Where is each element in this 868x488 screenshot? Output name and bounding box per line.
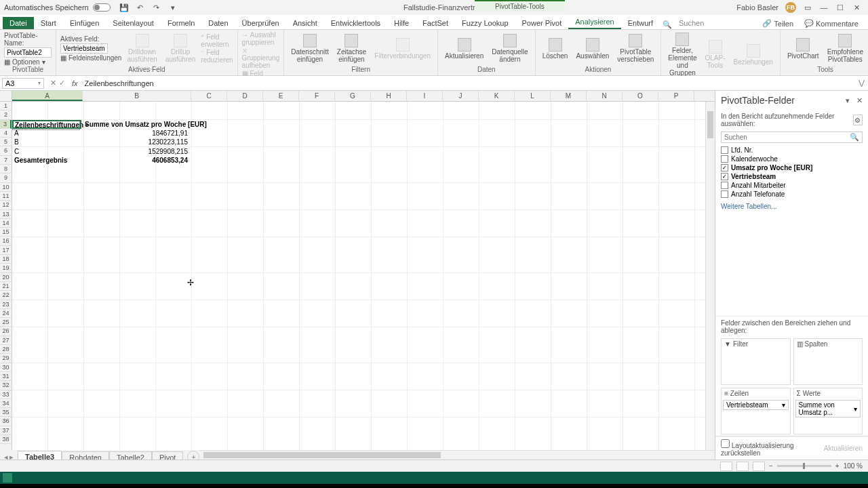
row-header-9[interactable]: 9: [0, 174, 12, 182]
pivot-val-a[interactable]: 1846721,91: [83, 129, 190, 138]
columns-drop-zone[interactable]: ▥ Spalten: [793, 338, 863, 385]
field-settings-button[interactable]: ▦ Feldeinstellungen: [60, 54, 121, 62]
row-header-15[interactable]: 15: [0, 228, 12, 237]
zoom-slider[interactable]: [777, 465, 831, 467]
recommended-pivots-button[interactable]: Empfohlene PivotTables: [825, 33, 866, 64]
maximize-icon[interactable]: ☐: [835, 3, 845, 12]
row-header-19[interactable]: 19: [0, 264, 12, 272]
pivot-total-label[interactable]: Gesamtergebnis: [12, 156, 69, 165]
tab-ueberpruefen[interactable]: Überprüfen: [235, 17, 286, 29]
search-icon[interactable]: 🔍: [663, 20, 672, 29]
minimize-icon[interactable]: —: [819, 3, 829, 12]
row-header-5[interactable]: 5: [0, 138, 12, 146]
formula-input[interactable]: Zeilenbeschriftungen: [81, 79, 859, 88]
row-header-25[interactable]: 25: [0, 318, 12, 327]
field-checkbox[interactable]: [721, 173, 728, 180]
tab-ansicht[interactable]: Ansicht: [286, 17, 324, 29]
col-header-i[interactable]: I: [407, 91, 443, 101]
tell-me-search[interactable]: Suchen: [672, 17, 711, 29]
change-source-button[interactable]: Datenquelle ändern: [489, 33, 530, 64]
field-item-4[interactable]: Anzahl Mitarbeiter: [721, 181, 863, 190]
col-header-o[interactable]: O: [623, 91, 658, 101]
autosave-toggle[interactable]: Automatisches Speichern: [4, 3, 111, 12]
row-header-16[interactable]: 16: [0, 237, 12, 245]
cells-area[interactable]: Zeilenbeschriftungen Summe von Umsatz pr…: [12, 102, 705, 450]
defer-layout-checkbox[interactable]: Layoutaktualisierung zurückstellen: [721, 439, 824, 457]
pivot-row-label-header[interactable]: Zeilenbeschriftungen: [12, 120, 80, 130]
row-header-30[interactable]: 30: [0, 363, 12, 372]
row-header-38[interactable]: 38: [0, 435, 12, 444]
normal-view-icon[interactable]: [720, 462, 732, 471]
col-header-k[interactable]: K: [479, 91, 515, 101]
row-header-29[interactable]: 29: [0, 354, 12, 363]
pivot-options-button[interactable]: ▦ Optionen ▾: [4, 58, 52, 66]
col-header-n[interactable]: N: [587, 91, 623, 101]
vertical-scrollbar[interactable]: [705, 102, 715, 450]
col-header-e[interactable]: E: [263, 91, 299, 101]
horizontal-scrollbar[interactable]: [199, 450, 715, 460]
tab-powerpivot[interactable]: Power Pivot: [515, 17, 569, 29]
panel-close-icon[interactable]: ✕: [856, 96, 863, 105]
row-header-2[interactable]: 2: [0, 110, 12, 119]
tab-entwurf[interactable]: Entwurf: [621, 17, 660, 29]
rows-zone-item[interactable]: Vertriebsteam▾: [723, 400, 789, 410]
filter-drop-zone[interactable]: ▼ Filter: [721, 338, 791, 385]
row-header-3[interactable]: 3: [0, 120, 12, 129]
tab-analysieren[interactable]: Analysieren: [568, 16, 620, 29]
active-field-input[interactable]: [60, 43, 108, 54]
row-header-10[interactable]: 10: [0, 183, 12, 192]
pagelayout-view-icon[interactable]: [736, 462, 749, 471]
row-header-28[interactable]: 28: [0, 345, 12, 354]
row-header-37[interactable]: 37: [0, 426, 12, 435]
field-item-0[interactable]: Lfd. Nr.: [721, 146, 863, 155]
zoom-level[interactable]: 100 %: [844, 462, 863, 470]
refresh-button[interactable]: Aktualisieren: [442, 37, 486, 61]
col-header-m[interactable]: M: [551, 91, 587, 101]
col-header-h[interactable]: H: [371, 91, 407, 101]
col-header-c[interactable]: C: [191, 91, 227, 101]
field-item-2[interactable]: Umsatz pro Woche [EUR]: [721, 163, 863, 172]
tab-daten[interactable]: Daten: [201, 17, 235, 29]
select-all-corner[interactable]: [0, 91, 12, 101]
share-button[interactable]: 🔗 Teilen: [758, 18, 797, 29]
field-checkbox[interactable]: [721, 164, 728, 171]
clear-button[interactable]: Löschen: [540, 37, 571, 61]
field-checkbox[interactable]: [721, 146, 728, 154]
field-checkbox[interactable]: [721, 155, 728, 163]
redo-icon[interactable]: ↷: [151, 2, 162, 13]
row-header-23[interactable]: 23: [0, 300, 12, 309]
field-checkbox[interactable]: [721, 190, 728, 198]
pivot-val-c[interactable]: 1529908,215: [83, 147, 190, 156]
field-item-5[interactable]: Anzahl Telefonate: [721, 190, 863, 199]
tab-formeln[interactable]: Formeln: [161, 17, 201, 29]
row-header-17[interactable]: 17: [0, 246, 12, 255]
col-header-g[interactable]: G: [335, 91, 371, 101]
pivot-row-a[interactable]: A: [12, 129, 21, 138]
insert-slicer-button[interactable]: Datenschnitt einfügen: [288, 33, 332, 64]
row-header-1[interactable]: 1: [0, 102, 12, 110]
zoom-out-icon[interactable]: −: [769, 462, 773, 470]
row-header-22[interactable]: 22: [0, 291, 12, 300]
rows-drop-zone[interactable]: ≡ Zeilen Vertriebsteam▾: [721, 388, 791, 434]
tab-fuzzylookup[interactable]: Fuzzy Lookup: [455, 17, 515, 29]
row-header-4[interactable]: 4: [0, 129, 12, 138]
field-item-3[interactable]: Vertriebsteam: [721, 172, 863, 181]
toggle-switch[interactable]: [93, 3, 111, 12]
ribbon-display-icon[interactable]: ▭: [803, 3, 812, 12]
values-drop-zone[interactable]: Σ Werte Summe von Umsatz p...▾: [793, 388, 863, 434]
row-header-13[interactable]: 13: [0, 210, 12, 219]
sheet-tab-pivot[interactable]: Pivot: [152, 451, 183, 460]
sheet-tab-rohdaten[interactable]: Rohdaten: [62, 451, 109, 460]
zoom-in-icon[interactable]: +: [835, 462, 840, 470]
fx-icon[interactable]: fx: [69, 79, 81, 87]
fields-items-button[interactable]: Felder, Elemente und Gruppen: [665, 31, 699, 78]
tab-einfuegen[interactable]: Einfügen: [63, 17, 106, 29]
row-header-18[interactable]: 18: [0, 255, 12, 264]
row-header-11[interactable]: 11: [0, 192, 12, 201]
row-header-8[interactable]: 8: [0, 165, 12, 174]
row-header-6[interactable]: 6: [0, 146, 12, 155]
field-search-input[interactable]: [724, 134, 850, 141]
row-header-21[interactable]: 21: [0, 282, 12, 291]
col-header-b[interactable]: B: [83, 91, 191, 101]
tab-factset[interactable]: FactSet: [416, 17, 455, 29]
